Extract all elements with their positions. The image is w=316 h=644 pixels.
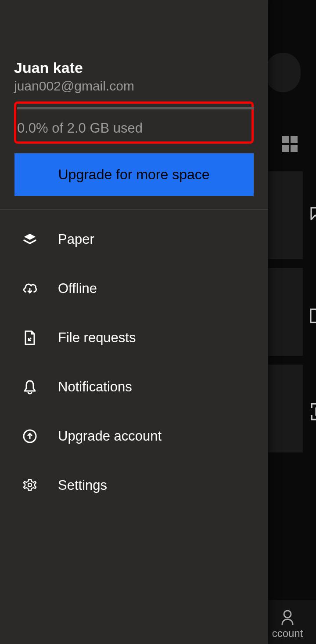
bg-card xyxy=(266,365,303,452)
bg-card xyxy=(266,268,303,356)
storage-progress-bar xyxy=(17,107,254,109)
bg-card xyxy=(266,171,303,259)
sidebar-drawer: Juan kate juan002@gmail.com 0.0% of 2.0 … xyxy=(0,0,268,644)
menu-label: Offline xyxy=(58,281,97,297)
menu-item-notifications[interactable]: Notifications xyxy=(0,362,268,412)
menu-item-upgrade-account[interactable]: Upgrade account xyxy=(0,412,268,461)
account-tab-label: ccount xyxy=(272,627,303,639)
user-section: Juan kate juan002@gmail.com 0.0% of 2.0 … xyxy=(0,0,268,210)
gear-icon xyxy=(22,478,38,493)
menu-label: Paper xyxy=(58,232,94,247)
menu-label: Notifications xyxy=(58,379,132,395)
svg-point-3 xyxy=(28,483,32,487)
menu-label: Upgrade account xyxy=(58,428,162,444)
layers-icon xyxy=(22,232,38,247)
user-email: juan002@gmail.com xyxy=(14,79,254,94)
svg-point-1 xyxy=(284,611,291,618)
sidebar-menu: Paper Offline File requests Notification… xyxy=(0,210,268,510)
menu-item-settings[interactable]: Settings xyxy=(0,461,268,510)
menu-item-paper[interactable]: Paper xyxy=(0,215,268,264)
storage-text: 0.0% of 2.0 GB used xyxy=(17,120,251,136)
bell-icon xyxy=(22,379,38,395)
menu-label: File requests xyxy=(58,330,136,346)
storage-usage: 0.0% of 2.0 GB used xyxy=(14,101,254,144)
account-tab: ccount xyxy=(263,610,312,640)
arrow-up-circle-icon xyxy=(22,428,38,444)
scan-icon xyxy=(310,402,316,421)
file-request-icon xyxy=(22,330,38,346)
user-name: Juan kate xyxy=(14,59,254,76)
account-icon xyxy=(280,610,294,626)
cloud-download-icon xyxy=(22,281,38,297)
image-upload-icon xyxy=(310,206,316,223)
menu-item-file-requests[interactable]: File requests xyxy=(0,313,268,362)
upgrade-button[interactable]: Upgrade for more space xyxy=(14,153,254,196)
bg-pill-button xyxy=(266,53,301,92)
menu-item-offline[interactable]: Offline xyxy=(0,264,268,313)
folder-plus-icon xyxy=(310,308,316,324)
grid-view-icon xyxy=(282,136,298,152)
menu-label: Settings xyxy=(58,478,107,493)
